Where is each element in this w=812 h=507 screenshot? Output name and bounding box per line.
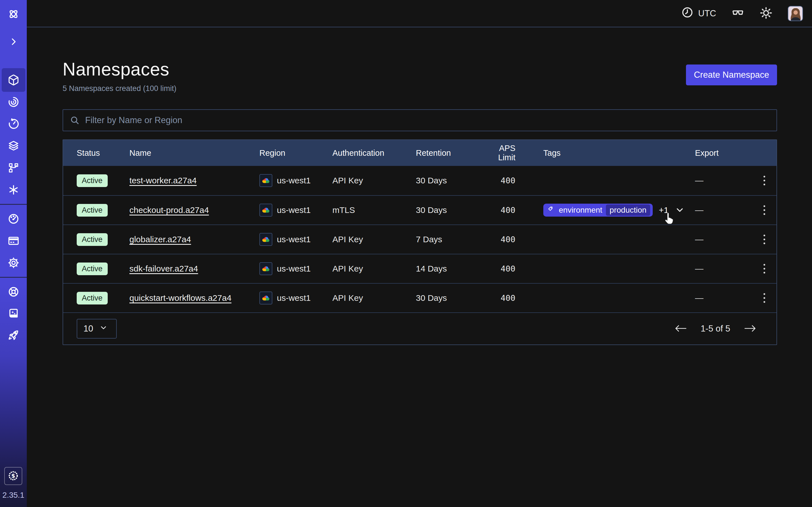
rocket-icon: [8, 330, 19, 342]
sun-icon: [760, 6, 772, 20]
status-badge: Active: [77, 174, 108, 187]
sidebar-item-usage[interactable]: [2, 207, 26, 231]
feedback-button[interactable]: [731, 6, 744, 20]
row-menu-button[interactable]: [761, 232, 768, 247]
sidebar-expand-button[interactable]: [2, 30, 26, 54]
col-header-auth: Authentication: [333, 149, 416, 158]
sidebar-divider: [0, 204, 27, 205]
aps-limit-value: 400: [480, 176, 515, 185]
retention-label: 30 Days: [416, 205, 480, 215]
col-header-aps: APS Limit: [480, 144, 515, 162]
auth-label: API Key: [333, 264, 416, 274]
app-root: $ 2.35.1 UTC: [0, 0, 812, 507]
status-badge: Active: [77, 204, 108, 217]
export-value: —: [695, 205, 752, 215]
tags-expand-button[interactable]: [675, 205, 685, 216]
gcp-cloud-icon: [259, 174, 272, 187]
status-badge: Active: [77, 263, 108, 275]
sidebar-item-quickstart[interactable]: [2, 324, 26, 348]
svg-text:$: $: [11, 472, 15, 479]
search-bar: [63, 109, 777, 131]
prev-page-button[interactable]: [674, 324, 687, 334]
col-header-name: Name: [130, 149, 259, 158]
namespace-link[interactable]: globalizer.a27a4: [130, 235, 191, 244]
col-header-tags: Tags: [515, 149, 695, 158]
page-header: Namespaces 5 Namespaces created (100 lim…: [63, 59, 777, 93]
table-row: Active checkout-prod.a27a4 us-west1 mTLS…: [63, 195, 776, 224]
app-version: 2.35.1: [3, 491, 24, 500]
retention-label: 7 Days: [416, 235, 480, 244]
sidebar-item-batch-operations[interactable]: [2, 156, 26, 180]
glasses-icon: [731, 6, 744, 20]
credits-button[interactable]: $: [4, 467, 22, 485]
tag-badge[interactable]: environment production: [543, 204, 653, 217]
sidebar-item-support[interactable]: [2, 280, 26, 304]
row-menu-button[interactable]: [761, 290, 768, 305]
sidebar: $ 2.35.1: [0, 0, 27, 507]
chevron-down-icon: [675, 205, 685, 216]
dollar-seal-icon: $: [8, 470, 19, 482]
row-menu-button[interactable]: [761, 261, 768, 276]
temporal-logo-icon[interactable]: [2, 2, 26, 26]
namespace-link[interactable]: checkout-prod.a27a4: [130, 205, 209, 215]
region-label: us-west1: [277, 293, 311, 303]
chevron-down-icon: [99, 323, 108, 334]
page-title: Namespaces: [63, 59, 176, 80]
sidebar-item-deployments[interactable]: [2, 134, 26, 158]
sidebar-item-workflows[interactable]: [2, 90, 26, 114]
row-menu-button[interactable]: [761, 203, 768, 218]
table-row: Active test-worker.a27a4 us-west1 API Ke…: [63, 166, 776, 195]
sidebar-item-settings[interactable]: [2, 251, 26, 275]
pagination-range: 1-5 of 5: [701, 324, 730, 334]
export-value: —: [695, 176, 752, 185]
timezone-button[interactable]: UTC: [681, 6, 716, 21]
tag-key: environment: [559, 206, 602, 215]
gear-icon: [8, 257, 19, 269]
status-badge: Active: [77, 292, 108, 304]
status-badge: Active: [77, 233, 108, 246]
retention-label: 30 Days: [416, 176, 480, 185]
clock-icon: [681, 6, 694, 21]
sidebar-bottom: $ 2.35.1: [3, 467, 24, 507]
page-subtitle: 5 Namespaces created (100 limit): [63, 84, 176, 93]
region-label: us-west1: [277, 264, 311, 274]
sidebar-item-billing[interactable]: [2, 229, 26, 252]
auth-label: API Key: [333, 235, 416, 244]
gauge-icon: [8, 213, 19, 225]
sidebar-item-schedules[interactable]: [2, 112, 26, 136]
sidebar-item-docs[interactable]: [2, 302, 26, 326]
sidebar-item-nexus[interactable]: [2, 178, 26, 202]
schedules-timer-icon: [8, 118, 19, 130]
col-header-region: Region: [259, 149, 333, 158]
tag-value: production: [606, 205, 650, 216]
page-size-select[interactable]: 10: [77, 319, 117, 339]
namespace-link[interactable]: quickstart-workflows.a27a4: [130, 293, 232, 302]
auth-label: mTLS: [333, 205, 416, 215]
export-value: —: [695, 264, 752, 274]
asterisk-icon: [8, 184, 19, 196]
gcp-cloud-icon: [259, 233, 272, 246]
workflows-spiral-icon: [8, 96, 19, 108]
sidebar-item-namespaces[interactable]: [2, 68, 26, 92]
search-input[interactable]: [63, 109, 777, 131]
region-label: us-west1: [277, 176, 311, 185]
gcp-cloud-icon: [259, 291, 272, 304]
lifebuoy-icon: [8, 286, 19, 298]
auth-label: API Key: [333, 176, 416, 185]
aps-limit-value: 400: [480, 264, 515, 274]
aps-limit-value: 400: [480, 235, 515, 244]
theme-toggle-button[interactable]: [760, 6, 772, 20]
row-menu-button[interactable]: [761, 173, 768, 188]
retention-label: 30 Days: [416, 293, 480, 303]
table-footer: 10 1-5 of 5: [63, 313, 776, 344]
gcp-cloud-icon: [259, 262, 272, 275]
aps-limit-value: 400: [480, 293, 515, 303]
user-avatar[interactable]: [788, 6, 803, 21]
create-namespace-button[interactable]: Create Namespace: [686, 64, 777, 86]
auth-label: API Key: [333, 293, 416, 303]
next-page-button[interactable]: [744, 324, 757, 334]
book-sparkles-icon: [8, 308, 19, 320]
main-area: UTC: [27, 0, 812, 507]
namespace-link[interactable]: test-worker.a27a4: [130, 176, 197, 185]
namespace-link[interactable]: sdk-failover.a27a4: [130, 264, 198, 273]
